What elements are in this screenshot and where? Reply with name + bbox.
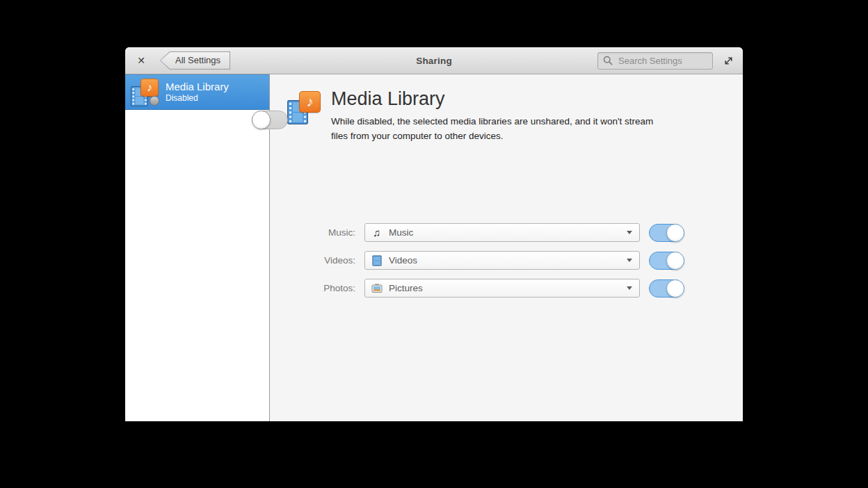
videos-row: Videos: — [270, 251, 743, 270]
sidebar-item-text: Media Library Disabled — [166, 81, 229, 104]
videos-toggle[interactable] — [649, 252, 684, 270]
music-note-icon: ♫ — [371, 227, 383, 238]
media-library-master-toggle[interactable] — [252, 111, 288, 129]
media-library-icon: ♪ — [287, 91, 321, 124]
library-rows: Music: ♫ Music Videos: — [270, 223, 743, 307]
search-icon — [603, 56, 613, 65]
music-row: Music: ♫ Music — [270, 223, 743, 242]
music-folder-value: Music — [389, 227, 620, 238]
page-title: Media Library — [331, 88, 668, 110]
chevron-down-icon — [627, 259, 632, 262]
close-icon: ✕ — [137, 55, 145, 66]
search-settings-box[interactable] — [597, 52, 713, 70]
film-strip-icon — [371, 255, 383, 266]
toggle-knob — [252, 111, 271, 129]
page-description: While disabled, the selected media libra… — [331, 115, 668, 144]
settings-window: ✕ All Settings Sharing — [125, 47, 743, 421]
toggle-knob — [666, 279, 684, 298]
pane-header: ♪ Media Library While disabled, the sele… — [287, 88, 725, 144]
media-library-icon: ♪ — [131, 79, 159, 106]
main-area: ♪ Media Library Disabled — [125, 74, 743, 421]
chevron-down-icon — [627, 231, 632, 234]
photos-folder-dropdown[interactable]: Pictures — [364, 279, 640, 298]
maximize-button[interactable] — [722, 54, 734, 67]
photos-row: Photos: Pictures — [270, 279, 743, 298]
media-library-pane: ♪ Media Library While disabled, the sele… — [270, 74, 743, 421]
expand-diagonal-icon — [723, 56, 734, 66]
videos-folder-value: Videos — [389, 255, 620, 266]
sidebar-item-media-library[interactable]: ♪ Media Library Disabled — [125, 74, 269, 110]
music-toggle[interactable] — [649, 224, 684, 242]
music-label: Music: — [270, 227, 355, 238]
close-button[interactable]: ✕ — [134, 53, 149, 68]
toggle-knob — [666, 224, 684, 242]
music-note-icon: ♪ — [140, 79, 159, 97]
photos-folder-value: Pictures — [389, 283, 620, 293]
pane-header-text: Media Library While disabled, the select… — [331, 88, 668, 144]
sidebar-item-status: Disabled — [166, 93, 229, 104]
photos-label: Photos: — [270, 283, 355, 293]
titlebar: ✕ All Settings Sharing — [125, 47, 743, 74]
videos-label: Videos: — [270, 255, 355, 266]
toggle-knob — [666, 252, 684, 270]
photos-toggle[interactable] — [649, 279, 684, 298]
music-note-icon: ♪ — [299, 91, 321, 113]
window-title: Sharing — [416, 56, 452, 66]
all-settings-back-button[interactable]: All Settings — [160, 51, 230, 70]
photo-icon — [371, 284, 383, 293]
all-settings-label: All Settings — [161, 52, 230, 69]
music-folder-dropdown[interactable]: ♫ Music — [364, 223, 640, 242]
disabled-badge-icon — [150, 96, 159, 106]
search-input[interactable] — [617, 55, 707, 67]
sidebar-item-title: Media Library — [166, 81, 229, 94]
sidebar: ♪ Media Library Disabled — [125, 74, 270, 421]
chevron-down-icon — [627, 286, 632, 290]
videos-folder-dropdown[interactable]: Videos — [364, 251, 640, 270]
